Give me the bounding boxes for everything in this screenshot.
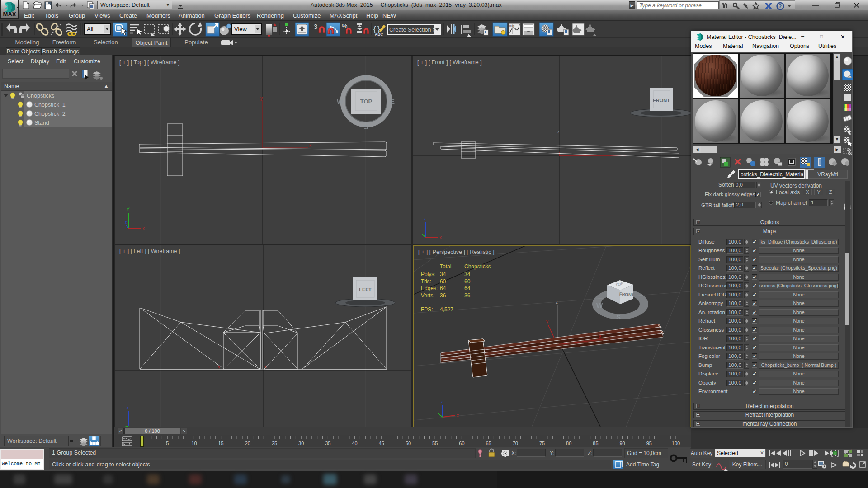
svg-text:45: 45 — [379, 441, 384, 446]
svg-text:x: x — [142, 226, 145, 231]
svg-text:y: y — [260, 96, 263, 101]
svg-text:4,527: 4,527 — [440, 306, 453, 313]
svg-text:nl nl: nl nl — [509, 24, 514, 27]
svg-text:FRONT: FRONT — [619, 291, 635, 297]
svg-text:x: x — [457, 413, 459, 418]
svg-text:5: 5 — [166, 441, 169, 446]
svg-text:LEFT: LEFT — [359, 287, 372, 292]
svg-text:80: 80 — [566, 441, 571, 446]
svg-text:50: 50 — [406, 441, 411, 446]
svg-text:64: 64 — [464, 285, 471, 291]
svg-text:x: x — [309, 143, 311, 148]
svg-text:60: 60 — [464, 278, 471, 285]
svg-text:z: z — [424, 216, 426, 221]
svg-text:TOP: TOP — [360, 98, 373, 105]
svg-text:x: x — [439, 235, 442, 240]
svg-text:z: z — [557, 129, 560, 134]
svg-text:All: All — [87, 26, 94, 33]
svg-text:Create Selection Se: Create Selection Se — [389, 27, 439, 33]
svg-text:Polys:: Polys: — [421, 271, 436, 277]
svg-text:90: 90 — [619, 441, 625, 446]
svg-text:60: 60 — [459, 441, 464, 446]
svg-text:FPS:: FPS: — [421, 306, 433, 313]
svg-text:34: 34 — [464, 271, 471, 277]
svg-text:55: 55 — [432, 441, 438, 446]
svg-text:x: x — [599, 333, 601, 338]
svg-text:W: W — [337, 98, 344, 105]
svg-text:40: 40 — [352, 441, 357, 446]
svg-text:Edges:: Edges: — [421, 285, 438, 291]
svg-text:95: 95 — [646, 441, 652, 446]
svg-text:?: ? — [778, 3, 782, 9]
svg-text:y: y — [546, 319, 548, 324]
svg-text:z: z — [441, 399, 443, 404]
svg-text:36: 36 — [440, 292, 446, 299]
svg-text:z: z — [125, 220, 127, 225]
svg-text:10: 10 — [191, 441, 197, 446]
svg-text:30: 30 — [298, 441, 304, 446]
svg-text:z: z — [127, 405, 129, 410]
svg-text:E: E — [390, 98, 395, 105]
svg-text:60: 60 — [440, 278, 446, 285]
svg-text:36: 36 — [464, 292, 471, 299]
svg-text:x: x — [264, 364, 267, 369]
svg-text:35: 35 — [325, 441, 330, 446]
svg-text:Total: Total — [440, 263, 451, 270]
svg-text:S: S — [364, 123, 368, 131]
svg-text:25: 25 — [272, 441, 277, 446]
svg-text:65: 65 — [486, 441, 491, 446]
svg-text:z: z — [556, 300, 558, 305]
svg-text:FRONT: FRONT — [653, 98, 670, 103]
svg-text:85: 85 — [593, 441, 598, 446]
svg-text:75: 75 — [539, 441, 545, 446]
svg-text:ABC: ABC — [375, 32, 383, 37]
svg-text:Verts:: Verts: — [421, 292, 435, 299]
svg-text:W: W — [596, 301, 603, 309]
svg-text:70: 70 — [513, 441, 518, 446]
svg-text:y: y — [218, 364, 220, 369]
svg-text:34: 34 — [440, 271, 446, 277]
svg-text:3: 3 — [314, 23, 317, 30]
svg-text:Tris:: Tris: — [421, 278, 431, 285]
svg-text:S: S — [616, 313, 621, 321]
svg-text:N: N — [364, 73, 369, 80]
svg-text:Chopsticks: Chopsticks — [464, 263, 491, 270]
svg-text:20: 20 — [245, 441, 250, 446]
svg-text:64: 64 — [440, 285, 446, 291]
svg-text:15: 15 — [218, 441, 223, 446]
svg-text:100: 100 — [672, 441, 680, 446]
svg-text:View: View — [234, 26, 247, 33]
svg-text:Y: Y — [127, 207, 130, 212]
